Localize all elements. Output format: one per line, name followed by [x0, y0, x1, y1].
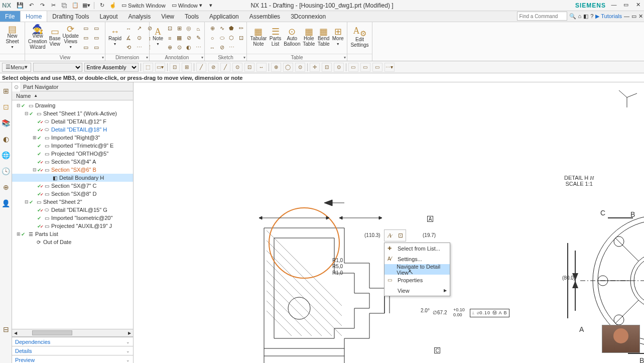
tree-node[interactable]: ⊟✔▭Section "SX@6" B [12, 166, 133, 174]
tab-assemblies[interactable]: Assemblies [244, 11, 286, 22]
update-views-button[interactable]: ⟳Update Views▼ [63, 27, 79, 50]
new-sheet-button[interactable]: ▤New Sheet▼ [3, 27, 22, 50]
sel-btn-15[interactable]: ⊡ [322, 63, 332, 72]
scroll-left-icon[interactable]: ◀ [12, 329, 19, 336]
sel-btn-20[interactable]: ⋯▾ [384, 63, 395, 72]
tab-drafting-tools[interactable]: Drafting Tools [47, 11, 94, 22]
tabular-note-button[interactable]: ▦Tabular Note [250, 29, 267, 47]
footer-preview[interactable]: Preview⌄ [12, 355, 133, 363]
tree-node[interactable]: ⊟✔▭Sheet "Sheet 2" [12, 198, 133, 206]
base-view-button[interactable]: ▭Base View [49, 29, 61, 47]
menu-button[interactable]: ☰ Menu ▾ [2, 63, 31, 72]
note-button[interactable]: ANote▼ [153, 29, 163, 47]
tree-node[interactable]: ✔▭Projected "AUXIL@19" J [12, 222, 133, 230]
repeat-icon[interactable]: ↻ [97, 1, 107, 10]
tree-node[interactable]: ◧Detail Boundary H [12, 174, 133, 182]
tree-node[interactable]: ✔▭Section "SX@7" C [12, 182, 133, 190]
roles-icon[interactable]: 👤 [2, 199, 11, 208]
ctx-properties[interactable]: ▭Properties [384, 275, 450, 285]
sel-btn-1[interactable]: ⬚ [143, 63, 153, 72]
web-browser-icon[interactable]: 🌐 [2, 151, 11, 160]
sel-btn-16[interactable]: ⊙ [334, 63, 344, 72]
tree-node[interactable]: ✔▭Section "SX@8" D [12, 190, 133, 198]
tree-node[interactable]: ✔▭Imported "Isometric@20" [12, 214, 133, 222]
hd3d-icon[interactable]: ◐ [2, 135, 11, 144]
sel-btn-13[interactable]: ⊙ [295, 63, 305, 72]
redo-icon[interactable]: ↷ [37, 1, 47, 10]
tree-node[interactable]: ⊞✔☰Parts List [12, 230, 133, 238]
undo-icon[interactable]: ↶ [26, 1, 36, 10]
command-finder-input[interactable] [517, 12, 567, 21]
auto-balloon-button[interactable]: ⊙Auto Balloon [284, 29, 300, 47]
sel-btn-2[interactable]: ▭▾ [155, 63, 165, 72]
sel-btn-17[interactable]: ▭ [348, 63, 358, 72]
sel-btn-3[interactable]: ⊡ [170, 63, 180, 72]
tree-node[interactable]: ⊟✔▭Sheet "Sheet 1" (Work-Active) [12, 109, 133, 117]
roles-icon[interactable]: ◧ [583, 13, 588, 20]
tab-3dconnexion[interactable]: 3Dconnexion [286, 11, 331, 22]
history-icon[interactable]: 🕓 [2, 167, 11, 176]
switch-window-button[interactable]: ▭ Switch Window [119, 1, 168, 10]
tab-layout[interactable]: Layout [95, 11, 123, 22]
qat-overflow-icon[interactable]: ▾ [206, 1, 216, 10]
tree-node[interactable]: ⊞✔▭Imported "Right@3" [12, 134, 133, 142]
tab-analysis[interactable]: Analysis [123, 11, 157, 22]
ctx-navigate-detail[interactable]: Navigate to Detail View [384, 264, 450, 275]
tree-node[interactable]: ⟳Out of Date [12, 238, 133, 246]
search-icon[interactable]: 🔍 [569, 13, 576, 20]
tab-view[interactable]: View [156, 11, 180, 22]
navigator-hscroll[interactable]: ◀ ▶ [12, 329, 133, 337]
sel-btn-8[interactable]: ⊙ [232, 63, 242, 72]
touch-icon[interactable]: ☝ [108, 1, 118, 10]
help-icon[interactable]: ? [590, 13, 593, 19]
tree-node[interactable]: ✔▭Projected "ORTHO@5" [12, 150, 133, 158]
paste-icon[interactable]: 📋 [70, 1, 80, 10]
annotation-small-buttons[interactable]: ⊡⊞◎⏢≡▦⊘✎⊕⊙◐⋯ [165, 24, 203, 52]
reuse-library-icon[interactable]: 📚 [2, 118, 11, 128]
tab-home[interactable]: Home [20, 11, 47, 22]
sel-btn-12[interactable]: ◯ [283, 63, 293, 72]
rapid-dimension-button[interactable]: ↔Rapid▼ [108, 29, 121, 47]
restore-button[interactable]: ▭ [622, 2, 630, 10]
sel-btn-9[interactable]: ⊡ [244, 63, 254, 72]
mdi-close-button[interactable]: ✕ [638, 13, 643, 20]
tab-file[interactable]: File [0, 11, 20, 22]
type-filter-select[interactable] [33, 63, 82, 72]
navigator-tree[interactable]: ⊟✔▭Drawing⊟✔▭Sheet "Sheet 1" (Work-Activ… [12, 100, 133, 329]
footer-details[interactable]: Details⌄ [12, 346, 133, 355]
home-icon[interactable]: ⌂ [578, 13, 582, 19]
window-menu-button[interactable]: ▭ Window ▾ [169, 1, 205, 10]
grid-icon[interactable]: ▦▾ [81, 1, 91, 10]
mdi-minimize-button[interactable]: — [624, 13, 629, 19]
sel-btn-10[interactable]: ↔ [256, 63, 267, 72]
part-navigator-icon[interactable]: ⊡ [2, 102, 11, 111]
ctx-select-from-list[interactable]: ✚Select from List... [384, 243, 450, 254]
footer-dependencies[interactable]: Dependencies⌄ [12, 337, 133, 346]
scroll-thumb[interactable] [32, 330, 72, 335]
sel-btn-6[interactable]: ⊘ [208, 63, 218, 72]
sketch-small-buttons[interactable]: ⊕∿⬟✏○⬭⬡⊡↔⊘⋯ [208, 24, 245, 52]
view-creation-wizard-button[interactable]: 🧙View Creation Wizard [28, 27, 47, 50]
assembly-navigator-icon[interactable]: ⊞ [2, 86, 11, 95]
layers-icon[interactable]: ⊟ [2, 325, 11, 334]
copy-icon[interactable]: ⿻ [59, 1, 69, 10]
sel-btn-5[interactable]: ╱ [196, 63, 206, 72]
edit-settings-button[interactable]: A⚙Edit Settings [350, 28, 369, 48]
tree-node[interactable]: ✔⬭Detail "DETAIL@12" F [12, 117, 133, 126]
sel-btn-18[interactable]: ▭ [360, 63, 370, 72]
systems-icon[interactable]: ⊕ [2, 183, 11, 192]
table-more-button[interactable]: ⊞More▼ [332, 29, 344, 47]
parts-list-button[interactable]: ☰Parts List [269, 29, 282, 47]
tree-node[interactable]: ✔▭Imported "Trimetric@9" E [12, 142, 133, 150]
tab-tools[interactable]: Tools [180, 11, 204, 22]
mdi-restore-button[interactable]: ▭ [631, 13, 636, 20]
sel-btn-19[interactable]: ▭ [372, 63, 382, 72]
navigator-column-header[interactable]: Name▲ [12, 91, 133, 100]
cut-icon[interactable]: ✂ [48, 1, 58, 10]
tree-node[interactable]: ✔⬭Detail "DETAIL@18" H [12, 126, 133, 134]
minimize-button[interactable]: — [610, 2, 618, 10]
tree-node[interactable]: ✔▭Section "SX@4" A [12, 158, 133, 166]
pin-icon[interactable]: ⊙ [12, 84, 20, 90]
save-icon[interactable]: 💾 [15, 1, 25, 10]
hole-table-button[interactable]: ▦Hole Table [303, 29, 315, 47]
